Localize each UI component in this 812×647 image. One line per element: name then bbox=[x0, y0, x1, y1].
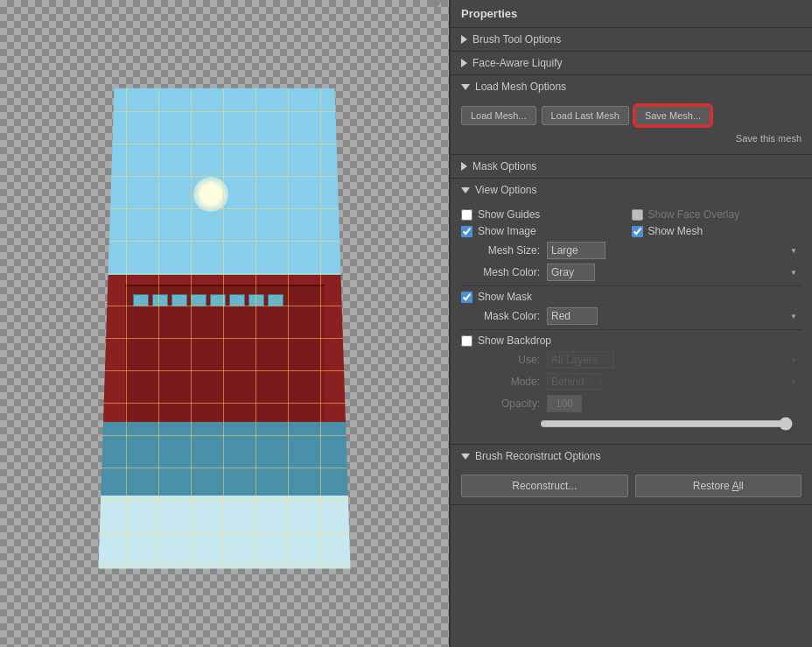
mesh-color-label: Mesh Color: bbox=[470, 266, 540, 278]
show-backdrop-row: Show Backdrop bbox=[461, 334, 802, 347]
show-mesh-label: Show Mesh bbox=[648, 225, 704, 237]
face-aware-expand-icon bbox=[461, 59, 467, 67]
guides-face-overlay-row: Show Guides Show Face Overlay bbox=[461, 208, 802, 221]
opacity-slider[interactable] bbox=[540, 417, 793, 431]
load-mesh-content: Load Mesh... Load Last Mesh Save Mesh...… bbox=[451, 98, 812, 154]
use-label: Use: bbox=[470, 354, 540, 366]
brush-tool-label: Brush Tool Options bbox=[472, 33, 561, 46]
show-mesh-checkbox[interactable] bbox=[632, 226, 643, 237]
view-options-label: View Options bbox=[475, 184, 536, 196]
reconstruct-button[interactable]: Reconstruct... bbox=[461, 475, 628, 497]
show-backdrop-label: Show Backdrop bbox=[478, 334, 551, 347]
show-face-overlay-label: Show Face Overlay bbox=[648, 208, 740, 221]
mode-row: Mode: Behind bbox=[461, 373, 802, 390]
load-mesh-section: Load Mesh Options Load Mesh... Load Last… bbox=[451, 75, 812, 155]
panel-title: Properties bbox=[451, 0, 812, 28]
mesh-size-label: Mesh Size: bbox=[470, 244, 540, 257]
load-mesh-expand-icon bbox=[461, 84, 470, 90]
mask-options-section: Mask Options bbox=[451, 155, 812, 179]
brush-reconstruct-label: Brush Reconstruct Options bbox=[475, 450, 600, 462]
mode-label: Mode: bbox=[470, 376, 540, 388]
view-options-header[interactable]: View Options bbox=[451, 179, 812, 201]
mask-options-header[interactable]: Mask Options bbox=[451, 155, 812, 178]
show-guides-col: Show Guides bbox=[461, 208, 632, 221]
show-image-label: Show Image bbox=[478, 225, 536, 237]
mesh-buttons-row: Load Mesh... Load Last Mesh Save Mesh... bbox=[461, 105, 802, 126]
opacity-input[interactable] bbox=[547, 395, 582, 412]
show-mask-label: Show Mask bbox=[478, 291, 532, 303]
divider-2 bbox=[461, 329, 802, 330]
opacity-row: Opacity: bbox=[461, 395, 802, 412]
brush-reconstruct-section: Brush Reconstruct Options Reconstruct...… bbox=[451, 445, 812, 505]
brush-tool-header[interactable]: Brush Tool Options bbox=[451, 28, 812, 51]
show-guides-checkbox[interactable] bbox=[461, 209, 472, 221]
use-select-wrapper: All Layers bbox=[547, 351, 802, 369]
panel-arrow-indicator bbox=[429, 0, 443, 9]
mesh-size-select-wrapper: Large Medium Small bbox=[547, 242, 802, 259]
mode-select[interactable]: Behind bbox=[547, 373, 601, 390]
opacity-label: Opacity: bbox=[470, 397, 540, 410]
show-mask-checkbox[interactable] bbox=[461, 292, 472, 303]
load-mesh-button[interactable]: Load Mesh... bbox=[461, 106, 536, 125]
show-image-checkbox[interactable] bbox=[461, 226, 472, 237]
mesh-color-select-wrapper: Gray Red Blue White bbox=[547, 264, 802, 281]
mask-color-select[interactable]: Red Green Blue White bbox=[547, 307, 598, 325]
mesh-size-row: Mesh Size: Large Medium Small bbox=[461, 242, 802, 259]
restore-all-text: Restore bbox=[693, 480, 732, 492]
use-select[interactable]: All Layers bbox=[547, 351, 614, 369]
face-aware-section: Face-Aware Liquify bbox=[451, 52, 812, 75]
reconstruct-buttons-row: Reconstruct... Restore All bbox=[461, 475, 802, 497]
mesh-size-select[interactable]: Large Medium Small bbox=[547, 242, 606, 259]
save-mesh-button[interactable]: Save Mesh... bbox=[634, 105, 711, 126]
mask-color-select-wrapper: Red Green Blue White bbox=[547, 307, 802, 325]
brush-reconstruct-expand-icon bbox=[461, 454, 470, 460]
warped-image bbox=[94, 79, 356, 569]
show-backdrop-checkbox[interactable] bbox=[461, 335, 472, 347]
face-aware-header[interactable]: Face-Aware Liquify bbox=[451, 52, 812, 74]
grid-overlay bbox=[94, 79, 356, 569]
restore-all-button[interactable]: Restore All bbox=[635, 475, 802, 497]
brush-tool-expand-icon bbox=[461, 35, 467, 44]
mesh-color-select[interactable]: Gray Red Blue White bbox=[547, 264, 595, 281]
show-image-col: Show Image bbox=[461, 225, 632, 237]
view-options-section: View Options Show Guides Show Face Overl… bbox=[451, 179, 812, 445]
show-mesh-col: Show Mesh bbox=[632, 225, 802, 237]
canvas-image-wrapper bbox=[94, 79, 356, 569]
canvas-area bbox=[0, 0, 449, 647]
face-aware-label: Face-Aware Liquify bbox=[472, 57, 563, 69]
properties-panel: Properties Brush Tool Options Face-Aware… bbox=[449, 0, 812, 647]
view-options-expand-icon bbox=[461, 187, 470, 193]
brush-tool-section: Brush Tool Options bbox=[451, 28, 812, 52]
view-options-content: Show Guides Show Face Overlay Show Image… bbox=[451, 201, 812, 444]
load-mesh-header[interactable]: Load Mesh Options bbox=[451, 75, 812, 98]
divider-1 bbox=[461, 285, 802, 286]
load-mesh-label: Load Mesh Options bbox=[475, 81, 566, 93]
mask-options-expand-icon bbox=[461, 162, 467, 171]
show-face-overlay-col: Show Face Overlay bbox=[632, 208, 802, 221]
use-row: Use: All Layers bbox=[461, 351, 802, 369]
brush-reconstruct-content: Reconstruct... Restore All bbox=[451, 468, 812, 504]
mode-select-wrapper: Behind bbox=[547, 373, 802, 390]
mask-color-label: Mask Color: bbox=[470, 310, 540, 322]
save-this-mesh-label: Save this mesh bbox=[461, 131, 802, 147]
mask-options-label: Mask Options bbox=[472, 160, 536, 172]
mask-color-row: Mask Color: Red Green Blue White bbox=[461, 307, 802, 325]
load-last-mesh-button[interactable]: Load Last Mesh bbox=[542, 106, 629, 125]
show-guides-label: Show Guides bbox=[478, 208, 540, 221]
brush-reconstruct-header[interactable]: Brush Reconstruct Options bbox=[451, 445, 812, 468]
show-image-mesh-row: Show Image Show Mesh bbox=[461, 225, 802, 237]
show-face-overlay-checkbox[interactable] bbox=[632, 209, 643, 221]
opacity-slider-row bbox=[461, 417, 802, 433]
mesh-color-row: Mesh Color: Gray Red Blue White bbox=[461, 264, 802, 281]
show-mask-row: Show Mask bbox=[461, 291, 802, 303]
restore-all-text2: ll bbox=[738, 480, 743, 492]
